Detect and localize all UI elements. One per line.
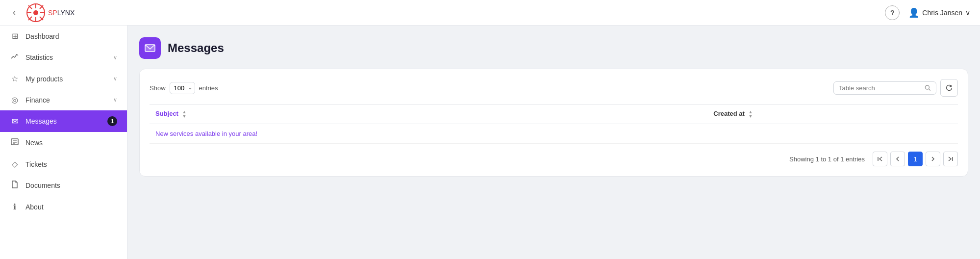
refresh-button[interactable]	[940, 79, 958, 97]
topbar-left: ‹ SPLYNX	[10, 3, 75, 22]
table-search-group	[833, 79, 958, 97]
messages-table: Subject ▲▼ Created at ▲▼	[150, 104, 958, 144]
page-header: Messages	[139, 37, 968, 59]
help-button[interactable]: ?	[885, 5, 900, 20]
chevron-down-icon: ∨	[113, 97, 117, 103]
col-header-created-at[interactable]: Created at ▲▼	[707, 105, 958, 124]
svg-point-1	[33, 10, 38, 15]
sidebar-item-statistics[interactable]: Statistics ∨	[0, 47, 127, 68]
refresh-icon	[945, 84, 953, 92]
show-entries-control: Show 10 25 50 100 entries	[150, 82, 218, 94]
sidebar-item-news[interactable]: News	[0, 132, 127, 154]
entries-label: entries	[199, 84, 218, 92]
svg-point-15	[926, 85, 930, 89]
sidebar-item-dashboard[interactable]: ⊞ Dashboard	[0, 26, 127, 47]
next-page-icon	[930, 156, 935, 161]
tickets-icon: ◇	[10, 159, 20, 169]
table-controls: Show 10 25 50 100 entries	[150, 79, 958, 97]
pagination-last-button[interactable]	[943, 152, 958, 166]
table-card: Show 10 25 50 100 entries	[139, 69, 968, 177]
pagination-info: Showing 1 to 1 of 1 entries	[789, 155, 865, 163]
logo-lynx: LYNX	[57, 9, 75, 17]
sidebar-item-label: Messages	[25, 117, 101, 125]
finance-icon: ◎	[10, 95, 20, 104]
statistics-icon	[10, 52, 20, 62]
entries-select[interactable]: 10 25 50 100	[170, 82, 195, 94]
col-created-at-label: Created at	[713, 110, 745, 117]
subject-cell: New services available in your area!	[150, 124, 707, 144]
main-content: Messages Show 10 25 50 100 entries	[127, 26, 980, 259]
first-page-icon	[877, 156, 883, 162]
messages-icon: ✉	[10, 117, 20, 126]
documents-icon	[10, 181, 20, 190]
page-title: Messages	[168, 41, 224, 55]
sort-icon-subject: ▲▼	[182, 110, 187, 119]
sidebar-item-my-products[interactable]: ☆ My products ∨	[0, 68, 127, 89]
user-avatar-icon: 👤	[908, 7, 919, 18]
sidebar-item-label: My products	[25, 75, 107, 83]
sidebar-item-label: News	[25, 139, 117, 147]
topbar-right: ? 👤 Chris Jansen ∨	[885, 5, 970, 20]
logo-text: SPLYNX	[48, 9, 75, 17]
prev-page-icon	[895, 156, 900, 161]
page-header-icon	[139, 37, 161, 59]
sidebar-item-label: About	[25, 203, 117, 211]
topbar: ‹ SPLYNX ? 👤 Chris Jansen	[0, 0, 980, 26]
dashboard-icon: ⊞	[10, 31, 20, 41]
my-products-icon: ☆	[10, 74, 20, 83]
sidebar-item-label: Statistics	[25, 53, 107, 61]
svg-line-16	[929, 89, 930, 90]
table-search-box	[833, 81, 936, 95]
chevron-down-icon: ∨	[113, 76, 117, 82]
sidebar-item-label: Dashboard	[25, 32, 117, 40]
pagination-next-button[interactable]	[926, 152, 940, 166]
entries-select-wrapper: 10 25 50 100	[170, 82, 195, 94]
pagination-prev-button[interactable]	[890, 152, 905, 166]
sidebar-item-finance[interactable]: ◎ Finance ∨	[0, 89, 127, 110]
logo: SPLYNX	[26, 3, 75, 22]
sidebar-item-label: Finance	[25, 96, 107, 104]
pagination-page-1-button[interactable]: 1	[908, 152, 923, 166]
sidebar-collapse-button[interactable]: ‹	[10, 5, 19, 20]
news-icon	[10, 138, 20, 148]
col-header-subject[interactable]: Subject ▲▼	[150, 105, 707, 124]
sidebar-item-label: Documents	[25, 181, 117, 189]
about-icon: ℹ	[10, 202, 20, 211]
user-chevron-icon: ∨	[965, 9, 970, 17]
chevron-down-icon: ∨	[113, 54, 117, 61]
logo-sp: SP	[48, 9, 57, 17]
sidebar: ⊞ Dashboard Statistics ∨ ☆ My products ∨…	[0, 26, 127, 259]
user-menu-button[interactable]: 👤 Chris Jansen ∨	[908, 7, 970, 18]
search-icon	[925, 84, 931, 91]
messages-badge: 1	[107, 116, 117, 126]
sort-icon-created-at: ▲▼	[749, 110, 753, 119]
sidebar-item-documents[interactable]: Documents	[0, 175, 127, 196]
col-subject-label: Subject	[155, 110, 178, 117]
table-row: New services available in your area!	[150, 124, 958, 144]
logo-icon	[26, 3, 45, 22]
subject-link[interactable]: New services available in your area!	[155, 130, 257, 137]
pagination-first-button[interactable]	[873, 152, 887, 166]
sidebar-item-label: Tickets	[25, 160, 117, 168]
table-search-input[interactable]	[839, 84, 922, 92]
created-at-cell	[707, 124, 958, 144]
sidebar-item-tickets[interactable]: ◇ Tickets	[0, 154, 127, 175]
show-label: Show	[150, 84, 166, 92]
username-label: Chris Jansen	[922, 9, 962, 17]
last-page-icon	[948, 156, 954, 162]
sidebar-item-about[interactable]: ℹ About	[0, 196, 127, 217]
sidebar-item-messages[interactable]: ✉ Messages 1	[0, 110, 127, 132]
pagination: Showing 1 to 1 of 1 entries 1	[150, 152, 958, 166]
